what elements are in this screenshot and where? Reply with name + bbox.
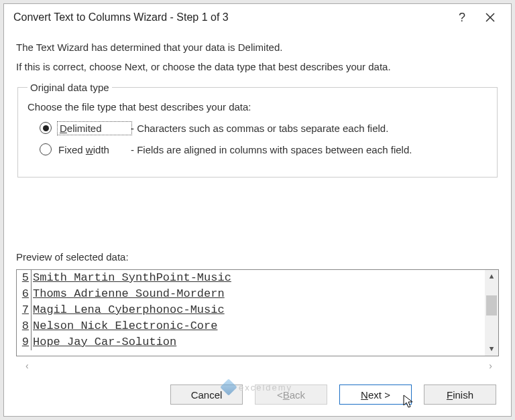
original-data-type-group: Original data type Choose the file type …: [17, 82, 498, 178]
preview-row: 5Smith Martin SynthPoint-Music: [17, 270, 498, 286]
next-button[interactable]: Next >: [339, 384, 412, 405]
preview-box: 5Smith Martin SynthPoint-Music6Thoms Adr…: [16, 269, 499, 356]
preview-row-number: 8: [17, 318, 32, 334]
cursor-icon: [403, 395, 415, 409]
button-row: Cancel < Back Next > Finish: [4, 375, 511, 417]
preview-row: 7Magil Lena Cyberphonoc-Music: [17, 302, 498, 318]
preview-row: 8Nelson Nick Electronic-Core: [17, 318, 498, 334]
group-legend: Original data type: [27, 82, 112, 93]
scroll-thumb[interactable]: [486, 295, 497, 316]
horizontal-scroll-hint: ‹ ›: [16, 356, 499, 375]
scroll-up-icon[interactable]: ▲: [485, 270, 498, 283]
finish-button[interactable]: Finish: [424, 384, 496, 405]
preview-row-number: 6: [17, 286, 32, 302]
text-to-columns-dialog: Convert Text to Columns Wizard - Step 1 …: [3, 3, 512, 417]
cancel-button[interactable]: Cancel: [170, 384, 243, 405]
radio-delimited-circle[interactable]: [40, 122, 52, 134]
radio-fixed-circle[interactable]: [40, 143, 52, 155]
scroll-track[interactable]: [485, 283, 498, 342]
preview-row-text: Thoms Adrienne Sound-Mordern: [32, 286, 498, 302]
scroll-right-icon[interactable]: ›: [489, 360, 492, 371]
intro-text-1: The Text Wizard has determined that your…: [16, 42, 499, 53]
radio-delimited[interactable]: Delimited - Characters such as commas or…: [40, 119, 488, 137]
help-button[interactable]: ?: [448, 4, 476, 31]
intro-text-2: If this is correct, choose Next, or choo…: [16, 61, 499, 72]
preview-row: 6Thoms Adrienne Sound-Mordern: [17, 286, 498, 302]
preview-label: Preview of selected data:: [16, 251, 499, 263]
preview-row-text: Hope Jay Car-Solution: [32, 334, 498, 350]
preview-row: 9Hope Jay Car-Solution: [17, 334, 498, 350]
vertical-scrollbar[interactable]: ▲ ▼: [485, 270, 498, 356]
choose-label: Choose the file type that best describes…: [27, 101, 488, 113]
preview-row-number: 5: [17, 270, 32, 286]
radio-fixed-width[interactable]: Fixed width - Fields are aligned in colu…: [40, 141, 488, 158]
radio-fixed-desc: - Fields are aligned in columns with spa…: [131, 144, 412, 155]
preview-row-number: 7: [17, 302, 32, 318]
preview-row-text: Smith Martin SynthPoint-Music: [32, 270, 498, 286]
scroll-down-icon[interactable]: ▼: [485, 342, 498, 356]
back-button: < Back: [255, 384, 327, 405]
titlebar: Convert Text to Columns Wizard - Step 1 …: [4, 4, 511, 31]
dialog-body: The Text Wizard has determined that your…: [4, 31, 511, 375]
preview-row-text: Magil Lena Cyberphonoc-Music: [32, 302, 498, 318]
scroll-left-icon[interactable]: ‹: [25, 360, 29, 371]
dialog-title: Convert Text to Columns Wizard - Step 1 …: [13, 11, 448, 23]
radio-delimited-label: Delimited: [58, 123, 131, 134]
preview-row-number: 9: [17, 334, 32, 350]
radio-fixed-label: Fixed width: [58, 144, 131, 155]
close-icon: [485, 13, 495, 22]
preview-rows: 5Smith Martin SynthPoint-Music6Thoms Adr…: [17, 270, 498, 350]
close-button[interactable]: [476, 4, 504, 31]
preview-row-text: Nelson Nick Electronic-Core: [32, 318, 498, 334]
radio-delimited-desc: - Characters such as commas or tabs sepa…: [131, 123, 388, 134]
